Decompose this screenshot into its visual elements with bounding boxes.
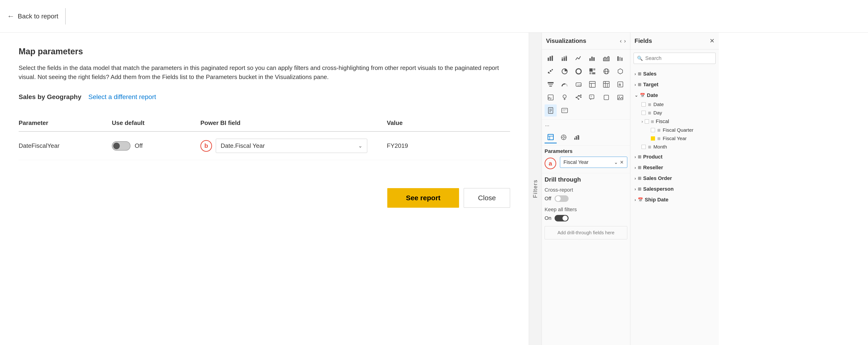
- funnel-icon[interactable]: [545, 78, 557, 90]
- fields-close-button[interactable]: ✕: [710, 37, 715, 45]
- svg-rect-5: [564, 58, 565, 61]
- select-different-report-link[interactable]: Select a different report: [88, 93, 156, 101]
- viz-panel-arrows[interactable]: ‹ ›: [620, 38, 626, 44]
- parameters-section-label: Parameters: [545, 148, 627, 154]
- filters-tab[interactable]: Filters: [529, 33, 542, 345]
- field-group-salesperson-label: Salesperson: [643, 186, 674, 192]
- close-button[interactable]: Close: [464, 188, 510, 208]
- field-group-sales-order: › ⊞ Sales Order: [633, 173, 716, 183]
- month-field-icon: ⊞: [648, 145, 651, 149]
- viz-sub-icons-row: [542, 130, 630, 145]
- card-icon[interactable]: 123: [572, 78, 585, 90]
- top-bar-divider: [65, 8, 66, 25]
- ribbon-chart-icon[interactable]: [614, 52, 626, 64]
- visualizations-panel: Visualizations ‹ ›: [542, 33, 630, 345]
- use-default-toggle[interactable]: [112, 141, 130, 151]
- date-checkbox[interactable]: [642, 102, 646, 107]
- field-group-salesperson-header[interactable]: › ⊞ Salesperson: [633, 184, 716, 194]
- shape-map-icon[interactable]: [614, 65, 626, 77]
- field-group-sales-order-label: Sales Order: [643, 175, 672, 181]
- bar-chart-icon[interactable]: [545, 52, 557, 64]
- pie-chart-icon[interactable]: [559, 65, 571, 77]
- back-to-report-button[interactable]: ← Back to report: [7, 12, 58, 21]
- field-group-sales: › ⊞ Sales: [633, 69, 716, 79]
- fiscal-year-field-icon: ⊞: [657, 136, 660, 141]
- svg-rect-31: [548, 84, 553, 85]
- svg-point-17: [550, 70, 552, 72]
- arrow-right-icon[interactable]: ›: [624, 38, 626, 44]
- col-chart-icon[interactable]: [586, 52, 598, 64]
- chevron-right-icon: ›: [634, 71, 636, 77]
- smart-narrative-icon[interactable]: [559, 105, 571, 117]
- svg-marker-59: [590, 99, 592, 100]
- svg-point-63: [619, 96, 620, 97]
- fiscal-quarter-icon: ⊞: [657, 128, 660, 133]
- col-header-use-default: Use default: [112, 115, 200, 132]
- table-viz-icon[interactable]: [586, 78, 598, 90]
- field-group-reseller-header[interactable]: › ⊞ Reseller: [633, 163, 716, 173]
- scatter-icon[interactable]: [545, 65, 557, 77]
- remove-field-icon[interactable]: ✕: [620, 160, 624, 165]
- more-visuals-label[interactable]: ...: [542, 120, 630, 130]
- power-bi-field-dropdown[interactable]: Date.Fiscal Year ⌄: [216, 139, 367, 153]
- field-group-sales-header[interactable]: › ⊞ Sales: [633, 69, 716, 79]
- chevron-right-icon: ›: [634, 154, 636, 160]
- chevron-down-icon: ⌄: [634, 93, 638, 98]
- field-group-product-header[interactable]: › ⊞ Product: [633, 152, 716, 162]
- top-bar: ← Back to report: [0, 0, 868, 33]
- gauge-icon[interactable]: [559, 78, 571, 90]
- fiscal-quarter-checkbox[interactable]: [651, 128, 655, 132]
- cross-report-toggle[interactable]: [555, 195, 568, 202]
- field-group-target-header[interactable]: › ⊞ Target: [633, 80, 716, 89]
- paginated-report-icon[interactable]: [545, 105, 557, 117]
- image-icon[interactable]: [614, 91, 626, 104]
- fields-search-input[interactable]: [645, 55, 712, 61]
- fiscal-group-checkbox[interactable]: [645, 119, 649, 123]
- donut-icon[interactable]: [572, 65, 585, 77]
- matrix-icon[interactable]: [600, 78, 612, 90]
- fiscal-year-field-label: Fiscal Year: [663, 136, 687, 141]
- chevron-right-icon: ›: [634, 187, 636, 192]
- svg-rect-26: [592, 72, 595, 74]
- fiscal-year-checkbox[interactable]: [651, 136, 655, 141]
- field-group-reseller: › ⊞ Reseller: [633, 163, 716, 173]
- chevron-down-icon[interactable]: ⌄: [614, 160, 618, 165]
- arrow-left-icon[interactable]: ‹: [620, 38, 622, 44]
- svg-rect-80: [575, 138, 576, 140]
- shape-icon[interactable]: [600, 91, 612, 104]
- day-checkbox[interactable]: [642, 111, 646, 115]
- field-group-sales-order-header[interactable]: › ⊞ Sales Order: [633, 173, 716, 183]
- svg-rect-38: [603, 81, 609, 87]
- svg-point-46: [563, 95, 566, 98]
- map-filled-icon[interactable]: [600, 65, 612, 77]
- back-to-report-label: Back to report: [18, 12, 58, 20]
- fiscal-group-header[interactable]: › ⊞ Fiscal: [641, 117, 716, 126]
- key-influencer-icon[interactable]: [559, 91, 571, 104]
- treemap-icon[interactable]: [586, 65, 598, 77]
- field-group-date-header[interactable]: ⌄ 📅 Date: [633, 90, 716, 100]
- stacked-bar-icon[interactable]: [559, 52, 571, 64]
- ship-date-calendar-icon: 📅: [638, 197, 643, 202]
- svg-rect-3: [562, 59, 563, 61]
- see-report-button[interactable]: See report: [387, 188, 459, 208]
- reseller-table-icon: ⊞: [638, 165, 641, 170]
- format-bucket-icon[interactable]: [558, 131, 570, 143]
- parameters-table: Parameter Use default Power BI field Val…: [19, 115, 510, 160]
- r-visual-icon[interactable]: R: [614, 78, 626, 90]
- area-chart-icon[interactable]: [600, 52, 612, 64]
- back-arrow-icon: ←: [7, 12, 14, 21]
- qa-icon[interactable]: ?: [586, 91, 598, 104]
- toggle-off-label: Off: [135, 142, 143, 149]
- col-header-value: Value: [387, 115, 510, 132]
- fiscal-year-param-box[interactable]: Fiscal Year ⌄ ✕: [560, 156, 627, 168]
- drill-through-title: Drill through: [545, 176, 627, 183]
- field-group-ship-date-header[interactable]: › 📅 Ship Date: [633, 195, 716, 205]
- month-checkbox[interactable]: [642, 145, 646, 149]
- keep-filters-toggle[interactable]: [555, 215, 568, 222]
- fields-bucket-icon[interactable]: [545, 131, 557, 143]
- decomp-tree-icon[interactable]: [572, 91, 585, 104]
- line-chart-icon[interactable]: [572, 52, 585, 64]
- python-visual-icon[interactable]: Py: [545, 91, 557, 104]
- analytics-bucket-icon[interactable]: [571, 131, 583, 143]
- svg-point-18: [552, 69, 553, 70]
